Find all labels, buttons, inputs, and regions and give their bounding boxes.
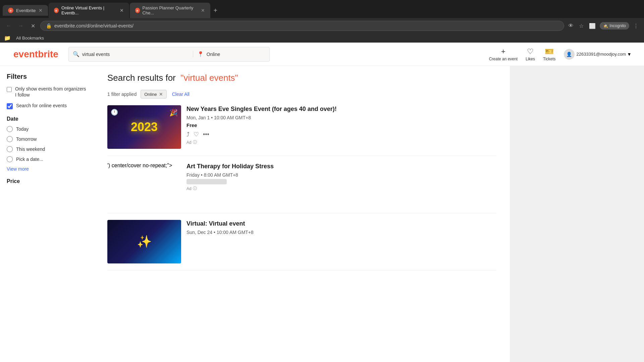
tab-favicon-3: e [135,8,140,13]
star-decoration: ✨ [137,235,152,249]
date-pick[interactable]: Pick a date... [7,156,87,162]
decorations-icon: 🎉 [169,109,178,117]
date-today[interactable]: Today [7,126,87,132]
tickets-button[interactable]: 🎫 Tickets [543,47,556,61]
tab-label-2: Online Virtual Events | Eventb... [61,5,117,15]
all-bookmarks[interactable]: All Bookmarks [13,35,47,41]
tomorrow-label: Tomorrow [16,136,37,142]
pick-date-label: Pick a date... [16,157,43,162]
tab-close-3[interactable]: ✕ [201,8,205,13]
event-title-2[interactable]: Art Therapy for Holiday Stress [186,163,496,170]
event-card-3: ✨ Virtual: Virtual event Sun, Dec 24 • 1… [107,220,496,270]
search-bar: 🔍 📍 [68,47,270,62]
search-query: "virtual events" [180,73,238,83]
create-event-button[interactable]: + Create an event [489,47,518,61]
user-menu[interactable]: 👤 22633391@moodjoy.com ▾ [564,49,631,60]
view-more-link[interactable]: View more [7,166,87,172]
browser-tab-1[interactable]: e Eventbrite ✕ [3,5,48,16]
browser-tabs: e Eventbrite ✕ e Online Virtual Events |… [0,0,644,18]
event-card-1: 🕛 2023 🎉 New Years Eve Singles Event (fo… [107,105,496,156]
incognito-label: Incognito [609,23,626,28]
weekend-label: This weekend [16,146,45,152]
like-icon-1[interactable]: ♡ [194,131,199,138]
clear-all-link[interactable]: Clear All [172,92,190,97]
content-area: Search results for "virtual events" 1 fi… [94,66,510,362]
incognito-icon: 🕵 [603,23,608,28]
menu-button[interactable]: ⋮ [632,21,640,31]
profile-icon[interactable]: ⬜ [588,21,597,31]
browser-tab-3[interactable]: e Passion Planner Quarterly Che... ✕ [130,3,210,18]
online-checkbox-label: Search for online events [16,103,67,109]
header-actions: + Create an event ♡ Likes 🎫 Tickets 👤 22… [489,47,631,61]
date-tomorrow[interactable]: Tomorrow [7,136,87,142]
event-info-3: Virtual: Virtual event Sun, Dec 24 • 10:… [186,220,496,263]
online-filter-tag[interactable]: Online ✕ [141,90,167,99]
address-bar[interactable]: 🔒 eventbrite.com/d/online/virtual-events… [40,21,564,31]
likes-label: Likes [526,57,535,61]
browser-nav: ← → ✕ 🔒 eventbrite.com/d/online/virtual-… [0,18,644,34]
event-date-1: Mon, Jan 1 • 10:00 AM GMT+8 [186,115,496,120]
lock-icon: 🔒 [46,23,52,28]
search-input[interactable] [82,52,189,57]
star-icon[interactable]: ☆ [578,21,585,31]
logo-text: eventbrite [13,49,58,59]
tab-close-2[interactable]: ✕ [120,8,124,13]
search-icon: 🔍 [73,51,79,57]
ad-info-icon-2[interactable]: ⓘ [193,186,197,191]
remove-filter-icon[interactable]: ✕ [159,92,163,97]
event-date-3: Sun, Dec 24 • 10:00 AM GMT+8 [186,230,496,235]
today-radio[interactable] [7,126,13,132]
clock-icon: 🕛 [111,109,118,116]
create-event-label: Create an event [489,57,518,61]
bookmark-bar: 📁 All Bookmarks [0,34,644,43]
user-email: 22633391@moodjoy.com [577,52,626,57]
ad-label-1: Ad ⓘ [186,139,496,145]
logo[interactable]: eventbrite [13,49,58,60]
chevron-down-icon: ▾ [628,51,631,57]
plus-icon: + [501,47,505,56]
right-panel [510,66,644,362]
likes-button[interactable]: ♡ Likes [526,47,535,61]
ad-info-icon-1[interactable]: ⓘ [193,139,197,145]
event-image-1: 🕛 2023 🎉 [107,105,181,149]
event-title-3[interactable]: Virtual: Virtual event [186,220,496,228]
filter-count: 1 filter applied [107,92,137,97]
organizer-checkbox-input[interactable] [7,86,12,93]
online-filter-tag-label: Online [144,92,157,97]
ad-text-1: Ad [186,140,192,145]
filters-bar: 1 filter applied Online ✕ Clear All [107,90,496,99]
online-filter-checkbox[interactable]: Search for online events [7,103,87,109]
back-button[interactable]: ← [4,21,13,31]
browser-tab-2[interactable]: e Online Virtual Events | Eventb... ✕ [49,3,129,18]
event-title-1[interactable]: New Years Eve Singles Event (for ages 40… [186,105,496,113]
date-this-weekend[interactable]: This weekend [7,146,87,152]
event-image-3: ✨ [107,220,181,263]
ad-text-2: Ad [186,186,192,191]
forward-button[interactable]: → [16,21,25,31]
eye-off-icon[interactable]: 👁 [567,21,575,30]
reload-button[interactable]: ✕ [28,21,38,31]
heart-icon: ♡ [527,47,534,56]
eventbrite-app: eventbrite 🔍 📍 + Create an event ♡ Likes [0,43,644,362]
weekend-radio[interactable] [7,146,13,152]
new-tab-button[interactable]: + [211,5,220,16]
share-icon-1[interactable]: ⤴ [186,131,190,138]
search-results-title: Search results for "virtual events" [107,73,496,83]
search-title-prefix: Search results for [107,73,176,83]
organizer-filter-checkbox[interactable]: Only show events from organizers I follo… [7,86,87,98]
online-checkbox-input[interactable] [7,103,13,109]
event-card-2: ') center/cover no-repeat;"> Art Therapy… [107,163,496,213]
nav-actions: 👁 ☆ ⬜ 🕵 Incognito ⋮ [567,21,640,31]
incognito-badge: 🕵 Incognito [600,22,629,29]
price-section-title: Price [7,178,87,184]
url-text: eventbrite.com/d/online/virtual-events/ [54,23,133,28]
tickets-label: Tickets [543,57,556,61]
tomorrow-radio[interactable] [7,136,13,142]
location-input[interactable] [207,52,265,57]
tab-close-1[interactable]: ✕ [39,8,43,13]
pick-date-radio[interactable] [7,156,13,162]
tab-label-1: Eventbrite [16,8,36,13]
more-icon-1[interactable]: ••• [203,131,209,138]
tab-label-3: Passion Planner Quarterly Che... [143,5,198,15]
event-price-1: Free [186,122,496,128]
